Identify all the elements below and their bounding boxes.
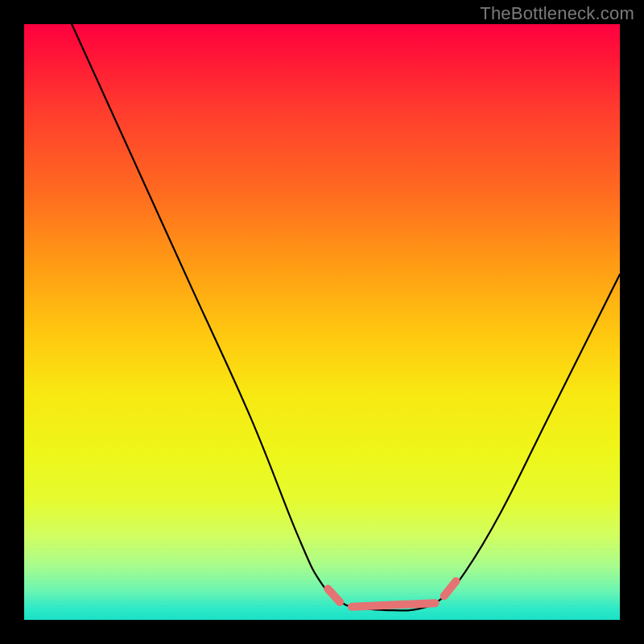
chart-frame: TheBottleneck.com [0, 0, 644, 644]
watermark-text: TheBottleneck.com [480, 3, 634, 24]
highlight-segments [328, 581, 456, 607]
bottleneck-curve [72, 24, 620, 610]
plot-area [24, 24, 620, 620]
curve-layer [24, 24, 620, 620]
highlight-segment [328, 589, 340, 602]
highlight-segment [352, 603, 436, 606]
highlight-segment [444, 581, 456, 597]
